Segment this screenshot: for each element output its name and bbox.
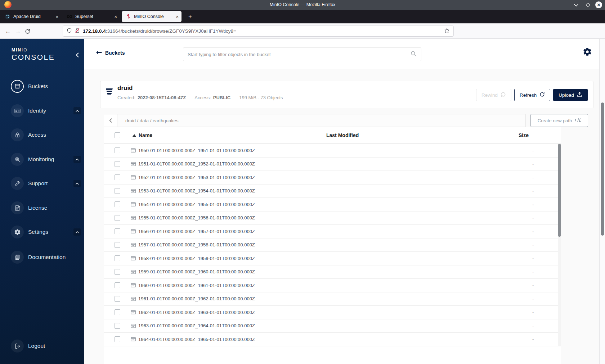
select-all-checkbox[interactable] [115,132,120,138]
row-checkbox[interactable] [115,215,120,221]
chevron-up-icon[interactable] [73,228,81,236]
back-to-buckets-link[interactable]: Buckets [96,50,125,56]
table-row[interactable]: 1959-01-01T00:00:00.000Z_1960-01-01T00:0… [104,265,561,279]
row-checkbox[interactable] [115,336,120,342]
page-scrollbar[interactable] [599,39,605,364]
row-checkbox[interactable] [115,269,120,275]
table-scrollbar-thumb[interactable] [558,144,561,237]
sidebar-item-settings[interactable]: Settings [0,222,84,242]
object-name[interactable]: 1955-01-01T00:00:00.000Z_1956-01-01T00:0… [138,215,255,220]
sidebar-item-label: Buckets [28,83,48,90]
row-checkbox[interactable] [115,309,120,315]
close-tab-icon[interactable]: × [51,14,58,19]
chevron-up-icon[interactable] [73,156,81,163]
table-row[interactable]: 1950-01-01T00:00:00.000Z_1951-01-01T00:0… [104,144,561,158]
search-input[interactable] [188,52,410,57]
row-checkbox[interactable] [115,161,120,167]
sidebar-item-identity[interactable]: Identity [0,101,84,121]
lock-slash-icon[interactable] [75,28,80,35]
table-row[interactable]: 1956-01-01T00:00:00.000Z_1957-01-01T00:0… [104,225,561,238]
sidebar-item-access[interactable]: Access [0,125,84,145]
reload-button[interactable] [22,26,32,36]
table-row[interactable]: 1964-01-01T00:00:00.000Z_1965-01-01T00:0… [104,333,561,346]
row-checkbox[interactable] [115,188,120,194]
window-maximize-icon[interactable] [584,1,592,9]
close-tab-icon[interactable]: × [171,14,179,19]
sidebar: MINIO CONSOLE BucketsIdentityAccessMonit… [0,39,84,364]
table-row[interactable]: 1952-01-01T00:00:00.000Z_1953-01-01T00:0… [104,171,561,185]
sidebar-item-monitoring[interactable]: Monitoring [0,149,84,169]
rewind-button[interactable]: Rewind [476,89,511,101]
close-tab-icon[interactable]: × [110,14,117,19]
row-checkbox[interactable] [115,201,120,207]
row-checkbox[interactable] [115,323,120,329]
tabs-container: Apache Druid×Superset×MinIO Console× [1,10,183,23]
object-name[interactable]: 1953-01-01T00:00:00.000Z_1954-01-01T00:0… [138,188,255,194]
row-checkbox[interactable] [115,255,120,261]
browser-tab-minio-console[interactable]: MinIO Console× [122,11,182,22]
access-icon [11,128,24,141]
new-tab-button[interactable]: + [185,13,195,21]
chevron-up-icon[interactable] [73,180,81,187]
table-row[interactable]: 1957-01-01T00:00:00.000Z_1958-01-01T00:0… [104,238,561,252]
bucket-summary-card: druid Created: 2022-08-15T14:08:47Z Acce… [100,81,593,108]
back-button[interactable]: ← [3,26,13,36]
star-icon[interactable] [444,28,450,35]
sidebar-item-license[interactable]: License [0,198,84,218]
column-header-name[interactable]: Name [126,132,326,138]
console-settings-gear-icon[interactable] [583,47,592,56]
row-checkbox[interactable] [115,242,120,248]
table-row[interactable]: 1955-01-01T00:00:00.000Z_1956-01-01T00:0… [104,211,561,225]
sidebar-item-buckets[interactable]: Buckets [0,76,84,96]
window-close-icon[interactable]: ✕ [595,1,602,8]
row-checkbox[interactable] [115,174,120,180]
object-name[interactable]: 1954-01-01T00:00:00.000Z_1955-01-01T00:0… [138,202,255,207]
table-row[interactable]: 1954-01-01T00:00:00.000Z_1955-01-01T00:0… [104,198,561,211]
object-name[interactable]: 1950-01-01T00:00:00.000Z_1951-01-01T00:0… [138,148,255,153]
object-name[interactable]: 1960-01-01T00:00:00.000Z_1961-01-01T00:0… [138,283,255,288]
path-back-button[interactable] [104,114,117,127]
table-row[interactable]: 1953-01-01T00:00:00.000Z_1954-01-01T00:0… [104,185,561,198]
object-name[interactable]: 1963-01-01T00:00:00.000Z_1964-01-01T00:0… [138,323,255,328]
chevron-up-icon[interactable] [73,107,81,114]
object-name[interactable]: 1958-01-01T00:00:00.000Z_1959-01-01T00:0… [138,256,255,261]
object-name[interactable]: 1961-01-01T00:00:00.000Z_1962-01-01T00:0… [138,296,255,301]
object-name[interactable]: 1959-01-01T00:00:00.000Z_1960-01-01T00:0… [138,269,255,274]
browser-tab-superset[interactable]: Superset× [63,11,120,22]
object-name[interactable]: 1962-01-01T00:00:00.000Z_1963-01-01T00:0… [138,310,255,315]
object-folder-icon [130,269,136,275]
object-folder-icon [130,336,136,342]
object-name[interactable]: 1951-01-01T00:00:00.000Z_1952-01-01T00:0… [138,161,255,167]
object-name[interactable]: 1957-01-01T00:00:00.000Z_1958-01-01T00:0… [138,242,255,247]
tracking-shield-icon[interactable] [67,28,72,35]
object-name[interactable]: 1956-01-01T00:00:00.000Z_1957-01-01T00:0… [138,229,255,234]
object-name[interactable]: 1952-01-01T00:00:00.000Z_1953-01-01T00:0… [138,175,255,180]
sidebar-item-logout[interactable]: Logout [0,336,84,356]
upload-button[interactable]: Upload [553,89,588,101]
table-row[interactable]: 1951-01-01T00:00:00.000Z_1952-01-01T00:0… [104,158,561,171]
window-minimize-icon[interactable] [572,1,580,9]
row-checkbox[interactable] [115,228,120,234]
table-row[interactable]: 1958-01-01T00:00:00.000Z_1959-01-01T00:0… [104,252,561,265]
sidebar-collapse-icon[interactable] [73,51,81,59]
sidebar-item-support[interactable]: Support [0,173,84,194]
page-scrollbar-thumb[interactable] [601,103,604,236]
forward-button[interactable]: → [13,26,23,36]
url-bar[interactable]: 172.18.0.4:31664/buckets/druid/browse/ZG… [63,26,454,37]
table-row[interactable]: 1960-01-01T00:00:00.000Z_1961-01-01T00:0… [104,279,561,292]
object-filter-searchbox[interactable] [183,47,421,61]
sidebar-item-documentation[interactable]: Documentation [0,247,84,267]
object-size: - [519,148,561,153]
browser-tab-apache-druid[interactable]: Apache Druid× [1,11,61,22]
table-row[interactable]: 1962-01-01T00:00:00.000Z_1963-01-01T00:0… [104,306,561,319]
row-checkbox[interactable] [115,296,120,302]
create-new-path-button[interactable]: Create new path [530,114,588,127]
main-content: Buckets druid Create [84,39,605,364]
table-row[interactable]: 1963-01-01T00:00:00.000Z_1964-01-01T00:0… [104,319,561,333]
table-row[interactable]: 1961-01-01T00:00:00.000Z_1962-01-01T00:0… [104,292,561,306]
object-name[interactable]: 1964-01-01T00:00:00.000Z_1965-01-01T00:0… [138,337,255,342]
row-checkbox[interactable] [115,282,120,288]
object-size: - [519,323,561,328]
refresh-button[interactable]: Refresh [514,89,550,101]
row-checkbox[interactable] [115,147,120,153]
